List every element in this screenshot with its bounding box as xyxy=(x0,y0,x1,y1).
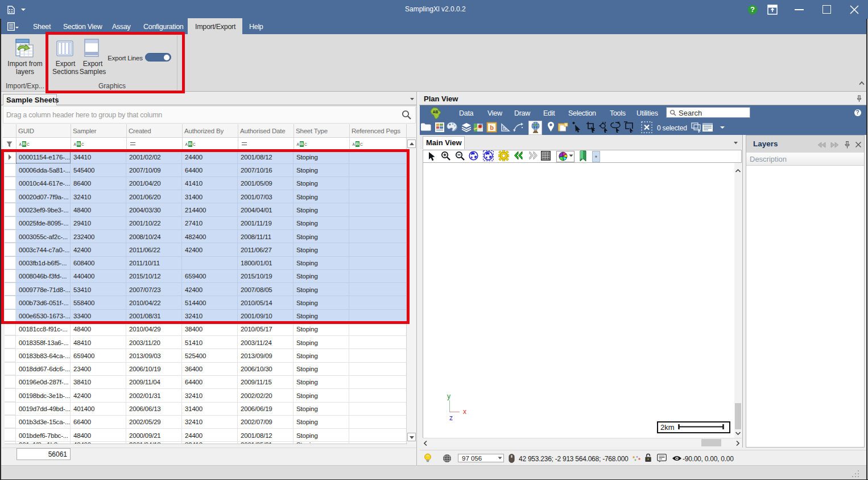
svg-text:AB: AB xyxy=(433,110,439,114)
svg-text:?: ? xyxy=(750,5,755,14)
svg-text:b: b xyxy=(490,124,494,131)
